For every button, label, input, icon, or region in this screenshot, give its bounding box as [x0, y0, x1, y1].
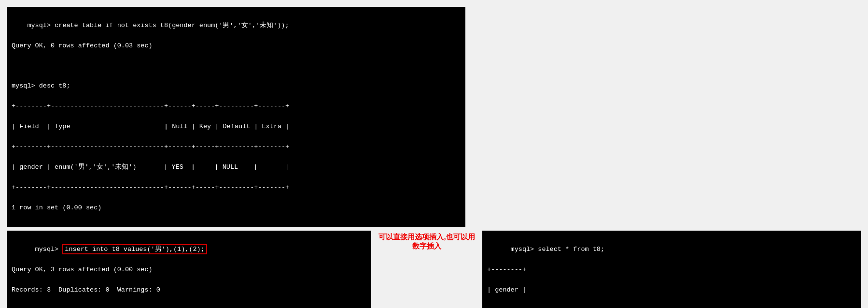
right-line-2: +--------+ — [487, 266, 526, 273]
top-terminal-line-6: | Field | Type | Null | Key | Default | … — [12, 123, 289, 130]
bottom-right-terminal: mysql> select * from t8; +--------+ | ge… — [482, 231, 861, 308]
bottom-left-query-ok: Query OK, 3 rows affected (0.00 sec) — [12, 266, 153, 273]
bottom-left-prompt-1: mysql> — [35, 246, 63, 253]
right-line-3: | gender | — [487, 286, 526, 293]
bottom-left-terminal: mysql> insert into t8 values('男'),(1),(2… — [7, 231, 371, 308]
top-terminal-line-8: | gender | enum('男','女','未知') | YES | | … — [12, 163, 289, 171]
highlight-insert-1: insert into t8 values('男'),(1),(2); — [62, 244, 207, 254]
arrow-area — [376, 251, 477, 308]
annotation-top-area: 可以直接用选项插入,也可以用数字插入 — [376, 233, 477, 251]
top-terminal-line-7: +--------+-----------------------------+… — [12, 143, 289, 150]
top-terminal-line-10: 1 row in set (0.00 sec) — [12, 204, 101, 211]
top-terminal: mysql> create table if not exists t8(gen… — [7, 7, 465, 227]
top-terminal-line-2: Query OK, 0 rows affected (0.03 sec) — [12, 42, 153, 49]
top-terminal-line-9: +--------+-----------------------------+… — [12, 184, 289, 191]
bottom-left-records: Records: 3 Duplicates: 0 Warnings: 0 — [12, 286, 160, 293]
top-terminal-line-5: +--------+-----------------------------+… — [12, 103, 289, 110]
annotation-top-text: 可以直接用选项插入,也可以用数字插入 — [376, 233, 477, 251]
top-terminal-line-4: mysql> desc t8; — [12, 82, 70, 89]
right-line-1: mysql> select * from t8; — [511, 246, 604, 253]
top-terminal-line-1: mysql> create table if not exists t8(gen… — [27, 22, 289, 29]
